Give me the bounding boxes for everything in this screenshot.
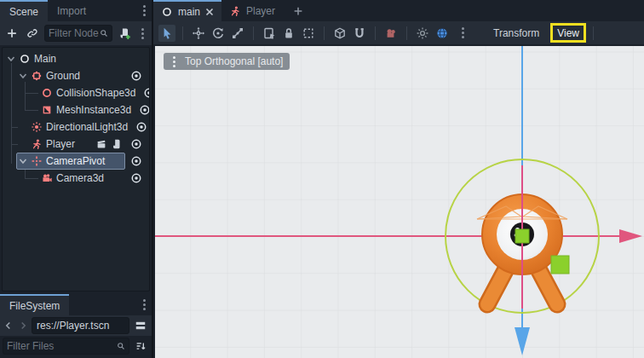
script-icon[interactable] bbox=[111, 138, 123, 150]
environment-globe-icon bbox=[435, 26, 449, 40]
lock-button[interactable] bbox=[280, 25, 297, 42]
tree-node-camera3d[interactable]: Camera3d bbox=[3, 170, 149, 187]
search-icon bbox=[117, 342, 125, 350]
node-label: CollisionShape3d bbox=[56, 87, 135, 99]
plus-icon bbox=[6, 27, 18, 39]
view-label-chip[interactable]: Top Orthogonal [auto] bbox=[164, 53, 290, 70]
back-icon[interactable] bbox=[3, 320, 14, 332]
visibility-icon[interactable] bbox=[139, 104, 150, 116]
rotate-tool-button[interactable] bbox=[210, 25, 227, 42]
search-icon bbox=[100, 29, 108, 38]
rotate-tool-icon bbox=[211, 26, 225, 40]
transform-menu[interactable]: Transform bbox=[486, 26, 546, 41]
collision-shape-icon bbox=[41, 87, 53, 99]
chevron-down-icon[interactable] bbox=[19, 72, 27, 80]
filter-files-field[interactable] bbox=[3, 338, 129, 355]
tree-node-camerapivot[interactable]: CameraPivot bbox=[3, 153, 149, 170]
preview-environment-button[interactable] bbox=[434, 25, 451, 42]
local-space-button[interactable] bbox=[331, 25, 348, 42]
chevron-down-icon[interactable] bbox=[7, 55, 15, 63]
spatial-toolbar: Transform View bbox=[153, 21, 644, 44]
scene-tab-label: main bbox=[178, 6, 200, 18]
list-select-icon bbox=[262, 26, 276, 40]
file-sort-icon bbox=[135, 340, 147, 352]
attach-script-button[interactable] bbox=[116, 25, 133, 42]
group-button[interactable] bbox=[300, 25, 317, 42]
visibility-icon[interactable] bbox=[130, 70, 142, 82]
list-select-button[interactable] bbox=[261, 25, 278, 42]
node-label: Camera3d bbox=[56, 172, 104, 184]
node-label: Ground bbox=[46, 70, 80, 82]
visibility-icon[interactable] bbox=[135, 121, 147, 133]
filter-nodes-field[interactable] bbox=[44, 25, 112, 42]
close-icon[interactable] bbox=[205, 8, 214, 16]
scene-tab-main[interactable]: main bbox=[153, 0, 221, 21]
filter-files-input[interactable] bbox=[7, 340, 117, 352]
move-tool-button[interactable] bbox=[190, 25, 207, 42]
toolbar-separator bbox=[406, 26, 407, 40]
view-options-menu-icon[interactable] bbox=[457, 26, 469, 40]
gizmo-plane-handle[interactable] bbox=[551, 256, 569, 274]
toolbar-separator bbox=[324, 26, 325, 40]
mesh-instance-icon bbox=[41, 104, 53, 116]
visibility-icon[interactable] bbox=[130, 172, 142, 184]
view-menu[interactable]: View bbox=[557, 27, 579, 39]
snap-button[interactable] bbox=[351, 25, 368, 42]
link-icon bbox=[26, 27, 38, 39]
chevron-down-icon[interactable] bbox=[19, 157, 27, 165]
resource-path-input[interactable] bbox=[37, 320, 124, 332]
scene-tab-bar: main Player bbox=[153, 0, 644, 21]
tab-scene[interactable]: Scene bbox=[0, 0, 48, 21]
camera-preview-button[interactable] bbox=[382, 25, 400, 42]
sun-icon bbox=[416, 26, 429, 40]
move-tool-icon bbox=[192, 26, 205, 40]
view-label: Top Orthogonal [auto] bbox=[185, 55, 283, 67]
snap-icon bbox=[353, 26, 366, 40]
filesystem-menu-icon[interactable] bbox=[138, 297, 150, 311]
scale-tool-icon bbox=[231, 26, 244, 40]
static-body-icon bbox=[31, 70, 43, 82]
lock-icon bbox=[282, 26, 296, 40]
tab-filesystem[interactable]: FileSystem bbox=[0, 294, 69, 315]
toolbar-separator bbox=[253, 26, 254, 40]
split-view-icon bbox=[135, 320, 147, 332]
tree-node-directionallight3d[interactable]: DirectionalLight3d bbox=[3, 118, 149, 136]
viewport-canvas[interactable] bbox=[155, 46, 644, 358]
visibility-icon[interactable] bbox=[130, 138, 142, 150]
visibility-icon[interactable] bbox=[130, 155, 142, 167]
gizmo-center-handle[interactable] bbox=[515, 229, 529, 243]
node-label: Player bbox=[46, 138, 75, 150]
scene-tab-label: Player bbox=[246, 5, 275, 17]
visibility-icon[interactable] bbox=[143, 87, 150, 99]
forward-icon[interactable] bbox=[17, 320, 29, 332]
tree-node-player[interactable]: Player bbox=[3, 136, 149, 153]
filesystem-dock: FileSystem bbox=[0, 294, 152, 358]
preview-sunlight-button[interactable] bbox=[414, 25, 431, 42]
new-scene-tab-button[interactable] bbox=[290, 3, 307, 20]
camera-preview-icon bbox=[384, 26, 398, 40]
tab-import[interactable]: Import bbox=[48, 0, 95, 21]
view-label-menu-icon[interactable] bbox=[168, 55, 180, 68]
tree-node-meshinstance3d[interactable]: MeshInstance3d bbox=[3, 101, 149, 118]
toolbar-separator bbox=[375, 26, 376, 40]
camera-icon bbox=[41, 172, 53, 184]
scene-tree: Main Ground bbox=[2, 47, 150, 292]
scene-tab-player[interactable]: Player bbox=[221, 0, 283, 21]
select-tool-button[interactable] bbox=[158, 25, 175, 42]
instanced-scene-icon[interactable] bbox=[95, 138, 107, 150]
filter-nodes-input[interactable] bbox=[49, 27, 100, 39]
node-label: CameraPivot bbox=[46, 155, 105, 167]
instance-scene-button[interactable] bbox=[24, 25, 41, 42]
tab-import-label: Import bbox=[57, 5, 86, 17]
file-sort-button[interactable] bbox=[132, 338, 149, 355]
add-node-button[interactable] bbox=[3, 25, 20, 42]
scale-tool-button[interactable] bbox=[229, 25, 246, 42]
viewport-3d[interactable]: Top Orthogonal [auto] bbox=[155, 46, 644, 358]
scene-tree-menu-icon[interactable] bbox=[136, 26, 148, 40]
toggle-split-mode-button[interactable] bbox=[132, 317, 149, 334]
resource-path-field[interactable] bbox=[32, 317, 129, 334]
scene-dock-menu-icon[interactable] bbox=[138, 3, 150, 17]
tree-node-collisionshape3d[interactable]: CollisionShape3d bbox=[3, 84, 149, 101]
tree-node-main[interactable]: Main bbox=[3, 50, 149, 67]
tree-node-ground[interactable]: Ground bbox=[3, 67, 149, 84]
